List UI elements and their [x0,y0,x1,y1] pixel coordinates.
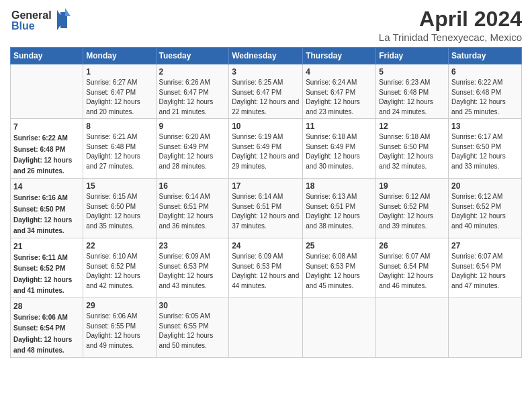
day-sunrise: Sunrise: 6:18 AM [379,133,430,140]
day-sunset: Sunset: 6:52 PM [379,203,429,210]
day-daylight: Daylight: 12 hours and 29 minutes. [232,152,299,170]
day-sunrise: Sunrise: 6:14 AM [159,193,210,200]
day-number: 28 [13,301,80,312]
day-number: 30 [159,300,226,311]
header-row: Sunday Monday Tuesday Wednesday Thursday… [11,48,522,64]
calendar-cell: 7Sunrise: 6:22 AMSunset: 6:48 PMDaylight… [11,119,83,179]
calendar-cell: 20Sunrise: 6:12 AMSunset: 6:52 PMDayligh… [449,179,522,238]
svg-text:Blue: Blue [11,20,35,32]
calendar-row-2: 14Sunrise: 6:16 AMSunset: 6:50 PMDayligh… [11,179,522,238]
day-number: 25 [306,240,373,251]
day-sunset: Sunset: 6:49 PM [306,143,355,150]
day-sunrise: Sunrise: 6:05 AM [159,312,210,320]
day-sunrise: Sunrise: 6:12 AM [379,193,430,200]
day-daylight: Daylight: 12 hours and 41 minutes. [13,276,72,294]
day-daylight: Daylight: 12 hours and 33 minutes. [451,152,506,170]
day-number: 11 [306,121,373,132]
day-number: 5 [379,66,445,77]
day-number: 23 [159,240,226,251]
calendar-cell: 14Sunrise: 6:16 AMSunset: 6:50 PMDayligh… [11,179,83,238]
day-daylight: Daylight: 12 hours and 27 minutes. [86,152,140,170]
main-title: April 2024 [379,7,522,32]
day-sunrise: Sunrise: 6:18 AM [306,133,357,140]
day-daylight: Daylight: 12 hours and 28 minutes. [159,152,214,170]
calendar-cell: 21Sunrise: 6:11 AMSunset: 6:52 PMDayligh… [11,238,83,298]
calendar-cell: 25Sunrise: 6:08 AMSunset: 6:53 PMDayligh… [303,238,376,298]
col-friday: Friday [376,48,449,64]
day-number: 21 [13,241,80,252]
col-thursday: Thursday [303,48,376,64]
day-sunset: Sunset: 6:54 PM [451,263,501,270]
day-sunrise: Sunrise: 6:23 AM [379,79,430,86]
logo-text: General Blue [10,7,71,38]
day-sunset: Sunset: 6:49 PM [159,143,209,150]
day-sunrise: Sunrise: 6:17 AM [451,133,502,140]
day-number: 7 [13,122,80,132]
day-number: 1 [86,66,152,77]
day-daylight: Daylight: 12 hours and 25 minutes. [451,98,506,116]
calendar-cell: 28Sunrise: 6:06 AMSunset: 6:54 PMDayligh… [11,298,83,358]
calendar-cell: 13Sunrise: 6:17 AMSunset: 6:50 PMDayligh… [449,119,522,179]
day-sunset: Sunset: 6:51 PM [306,203,355,210]
calendar-row-0: 1Sunrise: 6:27 AMSunset: 6:47 PMDaylight… [11,64,522,119]
day-sunset: Sunset: 6:47 PM [306,89,355,96]
calendar-cell: 1Sunrise: 6:27 AMSunset: 6:47 PMDaylight… [83,64,156,119]
day-daylight: Daylight: 12 hours and 38 minutes. [306,212,360,230]
calendar-cell: 17Sunrise: 6:14 AMSunset: 6:51 PMDayligh… [229,179,303,238]
day-sunrise: Sunrise: 6:24 AM [306,79,357,86]
day-daylight: Daylight: 12 hours and 32 minutes. [379,152,433,170]
day-number: 15 [86,181,152,191]
day-sunrise: Sunrise: 6:25 AM [232,79,283,86]
calendar-cell: 24Sunrise: 6:09 AMSunset: 6:53 PMDayligh… [229,238,303,298]
calendar-cell [303,298,376,358]
day-number: 14 [13,181,80,192]
day-sunset: Sunset: 6:50 PM [13,205,65,213]
svg-marker-4 [65,8,71,16]
day-daylight: Daylight: 12 hours and 22 minutes. [232,98,299,116]
calendar-row-3: 21Sunrise: 6:11 AMSunset: 6:52 PMDayligh… [11,238,522,298]
logo: General Blue [10,7,71,38]
day-sunrise: Sunrise: 6:22 AM [451,79,502,86]
day-sunrise: Sunrise: 6:09 AM [159,253,210,260]
logo-svg: General Blue [10,7,71,35]
day-sunset: Sunset: 6:54 PM [379,263,429,270]
day-sunset: Sunset: 6:51 PM [232,203,281,210]
day-number: 18 [306,181,373,191]
calendar-cell: 11Sunrise: 6:18 AMSunset: 6:49 PMDayligh… [303,119,376,179]
calendar-cell: 10Sunrise: 6:19 AMSunset: 6:49 PMDayligh… [229,119,303,179]
calendar-cell [376,298,449,358]
day-daylight: Daylight: 12 hours and 48 minutes. [13,336,72,354]
col-tuesday: Tuesday [156,48,229,64]
col-wednesday: Wednesday [229,48,303,64]
day-daylight: Daylight: 12 hours and 20 minutes. [86,98,140,116]
calendar-cell [11,64,83,119]
calendar-cell: 3Sunrise: 6:25 AMSunset: 6:47 PMDaylight… [229,64,303,119]
day-daylight: Daylight: 12 hours and 39 minutes. [379,212,433,230]
day-number: 8 [86,121,152,132]
day-sunset: Sunset: 6:51 PM [159,203,209,210]
calendar-cell: 30Sunrise: 6:05 AMSunset: 6:55 PMDayligh… [156,298,229,358]
day-sunrise: Sunrise: 6:20 AM [159,133,210,140]
day-number: 16 [159,181,226,191]
day-number: 19 [379,181,445,191]
calendar-page: General Blue April 2024 La Trinidad Tene… [0,0,532,411]
day-sunrise: Sunrise: 6:11 AM [13,254,68,261]
day-sunrise: Sunrise: 6:10 AM [86,253,137,260]
day-number: 27 [451,240,519,251]
day-number: 9 [159,121,226,132]
day-sunrise: Sunrise: 6:08 AM [306,253,357,260]
day-daylight: Daylight: 12 hours and 40 minutes. [451,212,506,230]
day-daylight: Daylight: 12 hours and 24 minutes. [379,98,433,116]
day-daylight: Daylight: 12 hours and 43 minutes. [159,272,214,289]
day-daylight: Daylight: 12 hours and 23 minutes. [306,98,360,116]
day-daylight: Daylight: 12 hours and 42 minutes. [86,272,140,289]
col-saturday: Saturday [449,48,522,64]
day-sunset: Sunset: 6:52 PM [86,263,136,270]
day-sunset: Sunset: 6:48 PM [86,143,136,150]
day-sunset: Sunset: 6:48 PM [379,89,429,96]
calendar-cell: 19Sunrise: 6:12 AMSunset: 6:52 PMDayligh… [376,179,449,238]
day-sunrise: Sunrise: 6:06 AM [86,312,137,320]
subtitle: La Trinidad Tenexyecac, Mexico [379,32,522,43]
calendar-cell [229,298,303,358]
day-daylight: Daylight: 12 hours and 47 minutes. [451,272,506,289]
